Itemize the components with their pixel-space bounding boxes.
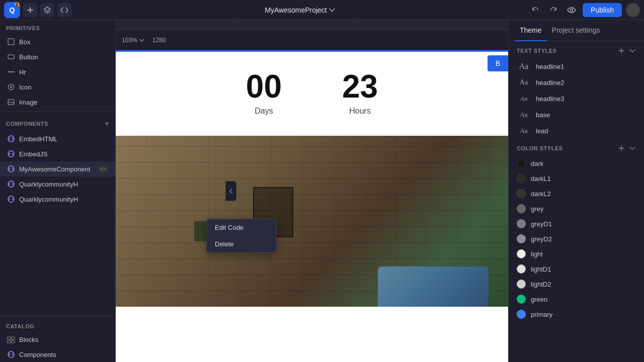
- color-style-label: lightD2: [531, 281, 551, 288]
- add-component-button[interactable]: +: [105, 119, 109, 128]
- page-preview: 00 Days 23 Hours B: [116, 50, 508, 362]
- chevron-down-icon[interactable]: [329, 8, 335, 12]
- primitive-button[interactable]: Button: [0, 49, 115, 64]
- context-menu-delete[interactable]: Delete: [207, 236, 276, 252]
- context-menu: Edit Code Delete: [206, 219, 277, 253]
- catalog-header: CATALOG: [0, 318, 115, 332]
- quarkly1-icon: [7, 180, 15, 188]
- text-style-base[interactable]: Aa base: [509, 107, 644, 123]
- text-style-icon: Aa: [517, 94, 531, 104]
- color-style-darkL1[interactable]: darkL1: [509, 171, 644, 186]
- component-my-awesome[interactable]: MyAwesomeComponent <>: [0, 161, 115, 176]
- undo-button[interactable]: [528, 3, 542, 17]
- component-embed-js[interactable]: EmbedJS: [0, 146, 115, 161]
- text-styles-list: Aa headline1 Aa headline2 Aa headline3 A…: [509, 58, 644, 139]
- add-button[interactable]: [23, 3, 37, 17]
- color-style-label: light: [531, 250, 543, 258]
- box-icon: [7, 38, 15, 46]
- topbar: Q β MyAwesomeProject: [0, 0, 644, 20]
- zoom-indicator[interactable]: 103%: [122, 37, 144, 44]
- text-style-icon: Aa: [517, 110, 531, 120]
- svg-rect-15: [12, 340, 15, 343]
- component-quarkly2[interactable]: QuarklycommunityH: [0, 192, 115, 207]
- text-style-lead[interactable]: Aa lead: [509, 123, 644, 139]
- text-style-headline3[interactable]: Aa headline3: [509, 90, 644, 107]
- text-style-headline2[interactable]: Aa headline2: [509, 74, 644, 90]
- color-style-lightD2[interactable]: lightD2: [509, 277, 644, 292]
- text-style-label: headline3: [536, 95, 564, 103]
- image-icon: [7, 98, 15, 106]
- preview-button[interactable]: [565, 3, 579, 17]
- color-style-label: primary: [531, 311, 552, 318]
- color-swatch-primary: [517, 310, 526, 319]
- svg-point-0: [571, 9, 573, 11]
- primitive-hr[interactable]: Hr: [0, 64, 115, 79]
- color-style-label: darkL2: [531, 190, 551, 198]
- svg-rect-14: [8, 340, 11, 343]
- canvas-content[interactable]: 00 Days 23 Hours B: [116, 50, 508, 362]
- color-swatch-light: [517, 249, 526, 258]
- redo-button[interactable]: [546, 3, 560, 17]
- right-panel-tabs: Theme Project settings: [509, 20, 644, 41]
- color-style-lightD1[interactable]: lightD1: [509, 261, 644, 277]
- code-tag-icon: <>: [98, 165, 108, 172]
- component-quarkly1[interactable]: QuarklycommunityH: [0, 176, 115, 192]
- text-styles-section: TEXT STYLES Aa headline1 Aa headline2 Aa…: [509, 41, 644, 139]
- primitive-image[interactable]: Image: [0, 95, 115, 110]
- days-value: 00: [246, 70, 282, 103]
- context-menu-edit-code[interactable]: Edit Code: [207, 219, 276, 236]
- left-panel: PRIMITIVES Box Button Hr Icon: [0, 20, 116, 362]
- catalog-components[interactable]: Components: [0, 347, 115, 362]
- color-style-dark[interactable]: dark: [509, 156, 644, 171]
- component-embed-html[interactable]: EmbedHTML: [0, 131, 115, 146]
- canvas-area: | | 103% 1280 00: [116, 20, 508, 362]
- color-style-light[interactable]: light: [509, 246, 644, 261]
- text-styles-actions: [618, 47, 636, 54]
- layers-button[interactable]: [40, 3, 54, 17]
- text-style-label: lead: [536, 127, 548, 135]
- tab-project-settings[interactable]: Project settings: [547, 20, 605, 41]
- code-button[interactable]: [57, 3, 71, 17]
- hours-item: 23 Hours: [342, 70, 378, 116]
- collapse-panel-button[interactable]: [225, 181, 236, 201]
- color-swatch-grey: [517, 204, 526, 213]
- highlight-bar: [116, 50, 508, 52]
- color-style-darkL2[interactable]: darkL2: [509, 186, 644, 201]
- primitive-box[interactable]: Box: [0, 34, 115, 49]
- collapse-color-style-icon[interactable]: [629, 145, 636, 152]
- color-styles-section: COLOR STYLES dark darkL1 darkL2 grey gre…: [509, 139, 644, 322]
- text-style-label: headline1: [536, 63, 564, 70]
- color-style-grey[interactable]: grey: [509, 201, 644, 216]
- topbar-right: Publish: [528, 3, 640, 17]
- canvas-toolbar: 103% 1280: [116, 30, 508, 50]
- color-styles-list: dark darkL1 darkL2 grey greyD1 greyD2 li…: [509, 156, 644, 322]
- color-style-greyD2[interactable]: greyD2: [509, 231, 644, 246]
- color-style-green[interactable]: green: [509, 292, 644, 307]
- canvas-action-button[interactable]: B: [488, 55, 508, 71]
- color-swatch-lightD1: [517, 264, 526, 274]
- color-style-label: greyD1: [531, 220, 552, 228]
- color-style-greyD1[interactable]: greyD1: [509, 216, 644, 231]
- text-style-icon: Aa: [517, 126, 531, 136]
- catalog-blocks[interactable]: Blocks: [0, 332, 115, 347]
- color-style-label: grey: [531, 205, 543, 213]
- logo[interactable]: Q β: [4, 2, 20, 18]
- color-swatch-lightD2: [517, 280, 526, 289]
- publish-button[interactable]: Publish: [583, 3, 622, 17]
- add-color-style-icon[interactable]: [618, 145, 625, 152]
- add-text-style-icon[interactable]: [618, 47, 625, 54]
- color-swatch-green: [517, 295, 526, 304]
- ruler: | |: [116, 20, 508, 30]
- color-swatch-greyD2: [517, 234, 526, 243]
- project-name: MyAwesomeProject: [265, 6, 327, 14]
- tab-theme[interactable]: Theme: [515, 20, 547, 41]
- avatar[interactable]: [626, 3, 640, 17]
- collapse-text-style-icon[interactable]: [629, 47, 636, 54]
- text-style-headline1[interactable]: Aa headline1: [509, 58, 644, 74]
- days-label: Days: [246, 107, 282, 116]
- building-image: [116, 136, 508, 307]
- hours-value: 23: [342, 70, 378, 103]
- primitive-icon[interactable]: Icon: [0, 79, 115, 95]
- svg-rect-13: [12, 337, 15, 339]
- color-style-primary[interactable]: primary: [509, 307, 644, 322]
